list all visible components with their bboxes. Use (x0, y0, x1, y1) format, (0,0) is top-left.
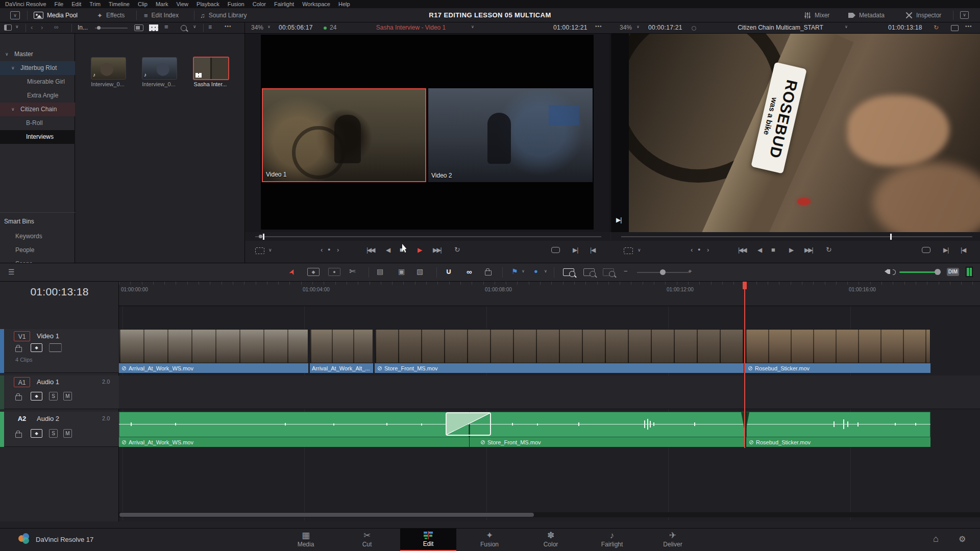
tab-media[interactable]: ▦ Media (278, 529, 334, 551)
interface-toggle-button[interactable]: ∨ (10, 11, 20, 19)
timeline-clip-audio[interactable]: Rosebud_Sticker.mov (746, 412, 930, 447)
bin-list-toggle-icon[interactable] (4, 24, 12, 31)
menu-file[interactable]: File (55, 1, 64, 7)
loop-range-icon[interactable] (922, 247, 930, 253)
go-to-last-frame-button[interactable]: ▶▶| (433, 246, 441, 254)
loop-range-icon[interactable] (551, 247, 560, 253)
match-frame-in-icon[interactable]: |◀ (590, 246, 595, 254)
track-header-a2[interactable]: A2 Audio 2 2.0 ◆ S M (0, 412, 119, 447)
volume-slider-knob[interactable] (935, 269, 941, 275)
track-badge-a1[interactable]: A1 (14, 377, 30, 387)
back-button[interactable]: ‹ (31, 23, 33, 31)
custom-zoom-button[interactable] (603, 268, 614, 276)
thumbnail-size-knob[interactable] (97, 26, 101, 30)
tab-fairlight[interactable]: ♪ Fairlight (584, 529, 640, 551)
source-clip-title[interactable]: Sasha Interview - Video 1 (352, 24, 470, 31)
timeline-playhead-timecode[interactable]: 01:00:13:18 (0, 286, 119, 298)
trim-edit-mode-tool[interactable]: ◆ (307, 268, 320, 276)
track-lock-toggle[interactable] (15, 347, 22, 352)
go-to-first-frame-button[interactable]: |◀◀ (738, 246, 746, 254)
source-mode-icon[interactable] (255, 247, 264, 254)
go-to-last-frame-button[interactable]: ▶▶| (804, 246, 813, 254)
clip-label[interactable]: Interview_0... (133, 81, 184, 87)
loop-button[interactable]: ↻ (826, 245, 832, 254)
solo-toggle[interactable]: S (49, 392, 58, 400)
chevron-down-icon[interactable]: ∨ (268, 247, 272, 253)
match-frame-in-icon[interactable]: |◀ (961, 246, 966, 254)
timeline-ruler[interactable]: 01:00:00:00 01:00:04:00 01:00:08:00 01:0… (119, 282, 980, 306)
smart-bins-header[interactable]: Smart Bins (4, 215, 34, 228)
blade-edit-mode-tool[interactable]: ✄ (349, 267, 356, 276)
menu-help[interactable]: Help (338, 1, 350, 7)
filmstrip-view-toggle[interactable] (49, 343, 62, 352)
match-frame-out-icon[interactable]: ▶| (943, 246, 948, 254)
linked-selection-toggle[interactable]: ∞ (467, 267, 472, 276)
record-duration-timecode[interactable]: 00:00:17:21 (648, 24, 682, 31)
auto-select-toggle[interactable]: ◆ (31, 392, 42, 400)
page-navigation-toggle[interactable]: ∨ (960, 11, 969, 19)
source-playhead-handle[interactable] (263, 234, 264, 240)
menu-mark[interactable]: Mark (156, 1, 168, 7)
chevron-down-icon[interactable]: ∨ (638, 247, 641, 253)
timeline-scrollbar-thumb[interactable] (119, 513, 534, 517)
timeline-options-icon[interactable]: ☰ (8, 268, 15, 276)
mixer-button[interactable]: Mixer (804, 8, 829, 22)
source-duration-timecode[interactable]: 00:05:06:17 (279, 24, 313, 31)
track-badge-a2[interactable]: A2 (14, 414, 30, 424)
expander-icon[interactable]: ∨ (11, 103, 15, 116)
viewer-mode-icon[interactable] (624, 247, 633, 254)
match-frame-out-icon[interactable]: ▶| (573, 246, 578, 254)
detail-zoom-button[interactable] (583, 268, 595, 276)
track-header-v1[interactable]: V1 Video 1 ◆ 4 Clips (0, 329, 119, 373)
selection-mode-tool[interactable]: ➤ (286, 267, 298, 277)
sort-icon[interactable]: ≡ (208, 23, 212, 31)
marker-button[interactable]: ● (534, 267, 538, 275)
bin-miserable-girl[interactable]: Miserable Girl (0, 75, 75, 89)
relink-media-icon[interactable]: ∞ (54, 23, 59, 31)
timeline-clip-video[interactable]: Arrival_At_Work_Alt_... (310, 329, 373, 373)
timeline-clip-audio[interactable]: Store_Front_MS.mov (470, 412, 745, 447)
smart-bin-people[interactable]: People (0, 243, 75, 257)
multicam-angle-video1[interactable]: Video 1 (262, 88, 426, 182)
menu-fairlight[interactable]: Fairlight (274, 1, 294, 7)
clip-label[interactable]: Interview_0... (82, 81, 133, 87)
auto-select-toggle[interactable]: ◆ (31, 343, 42, 352)
timeline-name[interactable]: Citizen Chain Multicam_START (719, 24, 842, 31)
mute-toggle[interactable]: M (63, 429, 72, 438)
more-options-icon[interactable]: ••• (225, 23, 232, 29)
jog-dot-icon[interactable]: ● (698, 247, 700, 252)
source-zoom-level[interactable]: 34% (251, 24, 263, 31)
inspector-button[interactable]: Inspector (905, 8, 941, 22)
tab-fusion[interactable]: ✦ Fusion (461, 529, 518, 551)
position-lock-toggle[interactable] (485, 270, 492, 276)
track-lock-toggle[interactable] (15, 433, 22, 438)
tab-edit[interactable]: Edit (400, 529, 456, 551)
bin-master[interactable]: ∨ Master (0, 47, 75, 61)
bin-citizen-chain[interactable]: ∨ Citizen Chain (0, 103, 75, 116)
tab-deliver[interactable]: ✈ Deliver (645, 529, 701, 551)
tab-color[interactable]: ✽ Color (523, 529, 579, 551)
jog-right-icon[interactable]: › (707, 246, 709, 254)
play-reverse-button[interactable]: ◀ (757, 246, 762, 254)
solo-toggle[interactable]: S (49, 429, 58, 438)
record-scrubber-track[interactable] (621, 236, 972, 237)
chevron-down-icon[interactable]: ∨ (471, 24, 474, 29)
tab-cut[interactable]: ✂ Cut (339, 529, 395, 551)
jog-left-icon[interactable]: ‹ (691, 246, 693, 254)
bin-b-roll[interactable]: B-Roll (0, 116, 75, 130)
timeline-playhead-line[interactable] (744, 282, 745, 448)
track-name[interactable]: Audio 2 (37, 415, 59, 422)
menu-fusion[interactable]: Fusion (228, 1, 244, 7)
menu-edit[interactable]: Edit (71, 1, 81, 7)
zoom-in-button[interactable]: + (688, 267, 692, 275)
full-extent-zoom-button[interactable] (563, 268, 574, 276)
clip-thumbnail[interactable]: ♪ (142, 57, 177, 80)
more-options-icon[interactable]: ••• (595, 23, 602, 29)
resolve-color-icon[interactable]: ↻ (934, 24, 939, 31)
track-name[interactable]: Audio 1 (37, 378, 59, 386)
chevron-down-icon[interactable]: ∨ (636, 24, 640, 29)
flag-chevron-icon[interactable]: ∨ (522, 269, 525, 273)
search-chevron-icon[interactable]: ∨ (193, 24, 197, 29)
chevron-down-icon[interactable]: ∨ (267, 24, 271, 29)
bin-jitterbug-riot[interactable]: ∨ Jitterbug RIot (0, 61, 75, 75)
